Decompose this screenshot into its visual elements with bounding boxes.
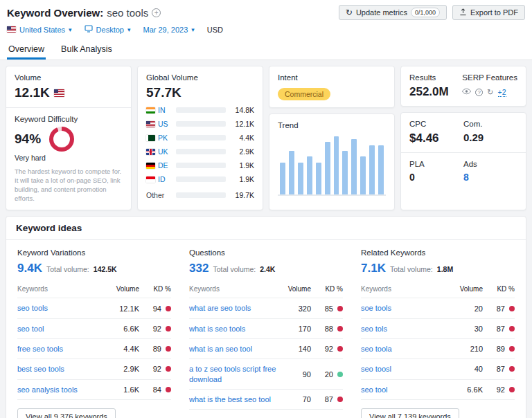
country-code-link[interactable]: DE: [158, 161, 168, 170]
table-row: seo toosl 40 87: [361, 359, 515, 379]
device-selector[interactable]: Desktop ▾: [85, 25, 131, 34]
kd-value: 89: [153, 345, 161, 353]
keyword-kd: 92: [139, 365, 171, 373]
ads-label: Ads: [463, 160, 517, 168]
keyword-kd: 89: [139, 345, 171, 353]
tab-overview[interactable]: Overview: [7, 39, 46, 60]
kd-value: 87: [497, 305, 505, 313]
keyword-kd: 87: [311, 395, 343, 403]
kd-value: 87: [497, 365, 505, 373]
column-title: Questions: [189, 248, 343, 257]
serp-more-link[interactable]: +2: [498, 88, 506, 97]
country-volume-row: ID 1.9K: [146, 175, 254, 183]
keyword-link[interactable]: seo tool: [361, 385, 455, 394]
keyword-kd: 94: [139, 305, 171, 313]
keyword-link[interactable]: a to z seo tools script free download: [189, 364, 283, 384]
keywords-header: Keywords: [17, 284, 112, 293]
keyword-kd: 87: [483, 365, 515, 373]
intent-card: Intent Commercial: [269, 66, 395, 108]
country-code-link[interactable]: IN: [158, 106, 166, 114]
kd-value: 92: [153, 325, 161, 333]
variations-count-link[interactable]: 9.4K: [17, 262, 42, 275]
country-code-link[interactable]: ID: [158, 175, 166, 183]
keyword-link[interactable]: seo tools: [17, 303, 112, 313]
cpc-label: CPC: [409, 120, 463, 128]
intent-badge[interactable]: Commercial: [278, 88, 330, 100]
keyword-link[interactable]: seo toola: [361, 344, 455, 354]
keyword-link[interactable]: best seo tools: [17, 364, 112, 374]
table-row: soe tools 20 87: [361, 298, 515, 318]
keyword-link[interactable]: what is an seo tool: [189, 344, 283, 354]
country-code-link[interactable]: PK: [158, 134, 168, 142]
keyword-link[interactable]: seo tols: [361, 324, 455, 334]
kd-dot: [509, 306, 515, 311]
country-code-link[interactable]: UK: [158, 147, 168, 156]
keyword-link[interactable]: what is the best seo tool: [189, 394, 283, 404]
keyword-kd: 92: [139, 325, 171, 333]
trend-bar: [298, 163, 303, 194]
us-flag-icon: [146, 121, 155, 127]
keyword-kd: 84: [139, 385, 171, 394]
keyword-volume: 4.4K: [112, 345, 139, 353]
chevron-down-icon: ▾: [191, 26, 195, 33]
table-row: what are seo tools 320 85: [189, 298, 343, 318]
keywords-header: Keywords: [189, 284, 283, 293]
trend-bar: [342, 151, 348, 194]
keyword-kd: 89: [483, 345, 515, 353]
keyword-link[interactable]: free seo tools: [17, 344, 112, 354]
questions-count-link[interactable]: 332: [189, 262, 209, 275]
kd-dot: [166, 306, 171, 311]
filters-bar: United States ▾ Desktop ▾ Mar 29, 2023 ▾…: [0, 22, 532, 39]
country-volume-row: PK 4.4K: [146, 134, 254, 142]
other-volume-value: 19.7K: [229, 191, 254, 199]
keyword-link[interactable]: seo tool: [17, 324, 112, 334]
date-selector[interactable]: Mar 29, 2023 ▾: [143, 26, 194, 34]
keyword-link[interactable]: soe tools: [361, 303, 455, 313]
kd-dot: [337, 306, 343, 311]
view-all-variations-button[interactable]: View all 9,376 keywords: [17, 408, 116, 418]
country-volume-row: US 12.1K: [146, 120, 254, 128]
volume-bar: [176, 163, 226, 168]
volume-bar: [176, 107, 226, 113]
country-code-link[interactable]: US: [158, 120, 168, 128]
related-count-link[interactable]: 7.1K: [361, 262, 386, 275]
keyword-link[interactable]: what are seo tools: [189, 303, 283, 313]
table-row: best seo tools 2.9K 92: [17, 359, 171, 379]
volume-bar: [176, 176, 226, 182]
tab-bar: Overview Bulk Analysis: [0, 39, 532, 60]
update-metrics-button[interactable]: ↻ Update metrics 0/1,000: [339, 5, 447, 20]
keyword-link[interactable]: seo analysis tools: [17, 385, 112, 394]
page-title: Keyword Overview:: [7, 7, 103, 19]
country-volume-row: IN 14.8K: [146, 106, 254, 114]
kd-value: 85: [325, 305, 333, 313]
de-flag-icon: [146, 163, 155, 169]
country-volume-row: UK 2.9K: [146, 147, 254, 156]
add-keyword-icon[interactable]: +: [152, 8, 161, 17]
kd-value: 92: [497, 385, 505, 394]
kd-value: 89: [497, 345, 505, 353]
keyword-link[interactable]: what is seo tools: [189, 324, 283, 334]
keyword-link[interactable]: seo toosl: [361, 364, 455, 374]
table-row: seo tools 12.1K 94: [17, 298, 171, 318]
refresh-icon: ↻: [346, 8, 353, 17]
kd-value: 92: [153, 365, 161, 373]
trend-bar: [325, 142, 330, 194]
keyword-kd: 88: [311, 325, 343, 333]
keyword-volume: 210: [455, 345, 483, 353]
table-row: what is an seo tool 140 92: [189, 339, 343, 359]
other-volume-row: Other 19.7K: [146, 191, 254, 199]
competition-label: Com.: [463, 120, 517, 128]
kd-dot: [337, 397, 343, 402]
metrics-cards-grid: Volume 12.1K Keyword Difficulty 94% Very…: [0, 60, 532, 216]
table-row: seo toola 210 89: [361, 339, 515, 359]
results-serp-card: Results 252.0M SERP Features ? ↻ +2: [400, 66, 526, 107]
country-volume-value: 12.1K: [229, 120, 254, 128]
country-selector[interactable]: United States ▾: [7, 26, 72, 34]
view-all-related-button[interactable]: View all 7,139 keywords: [361, 408, 459, 418]
kd-header: KD %: [483, 285, 515, 293]
volume-bar: [176, 121, 226, 127]
export-pdf-button[interactable]: Export to PDF: [452, 5, 525, 20]
tab-bulk-analysis[interactable]: Bulk Analysis: [60, 39, 114, 60]
ads-value[interactable]: 8: [463, 172, 517, 183]
volume-label: Volume: [15, 73, 123, 82]
